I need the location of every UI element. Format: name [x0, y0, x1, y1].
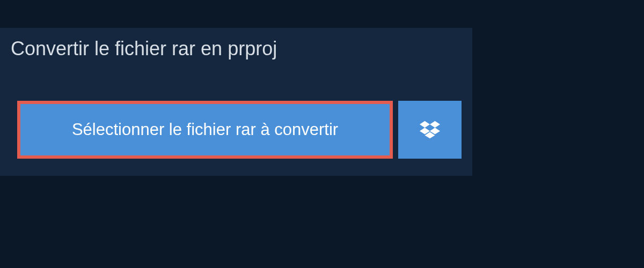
page-title: Convertir le fichier rar en prproj — [0, 28, 292, 70]
converter-panel: Convertir le fichier rar en prproj Sélec… — [0, 28, 472, 176]
select-file-button[interactable]: Sélectionner le fichier rar à convertir — [17, 101, 393, 159]
dropbox-icon — [420, 121, 440, 139]
action-row: Sélectionner le fichier rar à convertir — [17, 101, 472, 159]
dropbox-button[interactable] — [398, 101, 462, 159]
select-file-label: Sélectionner le fichier rar à convertir — [72, 120, 338, 139]
